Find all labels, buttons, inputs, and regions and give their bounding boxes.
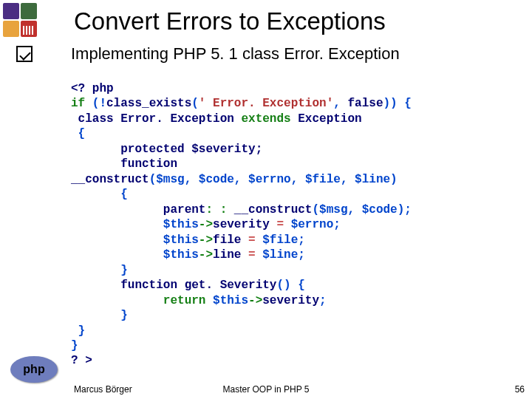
slide-subtitle: Implementing PHP 5. 1 class Error. Excep… <box>71 44 400 64</box>
page-number: 56 <box>515 384 525 395</box>
sidebar: php <box>0 0 66 399</box>
code-block: <? php if (!class_exists(' Error. Except… <box>71 81 525 369</box>
php-logo-icon: php <box>10 356 58 383</box>
checkbox-checked-icon <box>16 46 33 62</box>
brand-logo-icon <box>3 3 37 37</box>
footer-author: Marcus Börger <box>74 384 132 395</box>
footer-title: Master OOP in PHP 5 <box>223 384 310 395</box>
slide-title: Convert Errors to Exceptions <box>74 7 386 35</box>
